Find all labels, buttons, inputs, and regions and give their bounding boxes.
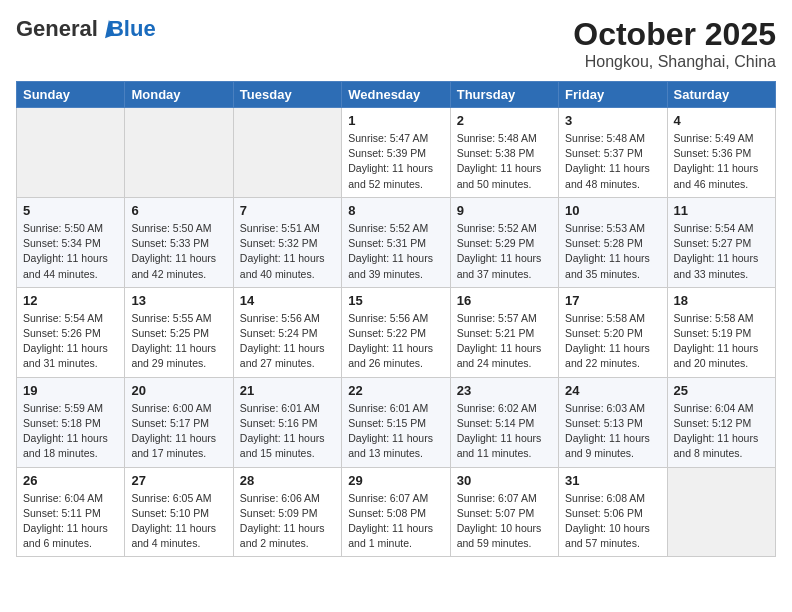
day-info: Sunrise: 5:55 AM Sunset: 5:25 PM Dayligh… xyxy=(131,311,226,372)
logo-blue-text: Blue xyxy=(108,16,156,42)
day-info: Sunrise: 6:01 AM Sunset: 5:15 PM Dayligh… xyxy=(348,401,443,462)
calendar-week-1: 1Sunrise: 5:47 AM Sunset: 5:39 PM Daylig… xyxy=(17,108,776,198)
calendar-cell: 6Sunrise: 5:50 AM Sunset: 5:33 PM Daylig… xyxy=(125,197,233,287)
day-number: 25 xyxy=(674,383,769,398)
calendar-cell: 9Sunrise: 5:52 AM Sunset: 5:29 PM Daylig… xyxy=(450,197,558,287)
day-number: 9 xyxy=(457,203,552,218)
title-block: October 2025 Hongkou, Shanghai, China xyxy=(573,16,776,71)
page-header: General Blue October 2025 Hongkou, Shang… xyxy=(16,16,776,71)
calendar-cell: 22Sunrise: 6:01 AM Sunset: 5:15 PM Dayli… xyxy=(342,377,450,467)
calendar-cell: 27Sunrise: 6:05 AM Sunset: 5:10 PM Dayli… xyxy=(125,467,233,557)
day-number: 2 xyxy=(457,113,552,128)
day-info: Sunrise: 6:03 AM Sunset: 5:13 PM Dayligh… xyxy=(565,401,660,462)
day-number: 3 xyxy=(565,113,660,128)
day-info: Sunrise: 6:05 AM Sunset: 5:10 PM Dayligh… xyxy=(131,491,226,552)
day-info: Sunrise: 5:58 AM Sunset: 5:19 PM Dayligh… xyxy=(674,311,769,372)
day-number: 21 xyxy=(240,383,335,398)
day-info: Sunrise: 5:57 AM Sunset: 5:21 PM Dayligh… xyxy=(457,311,552,372)
logo-general-text: General xyxy=(16,16,98,42)
month-title: October 2025 xyxy=(573,16,776,53)
calendar-cell: 21Sunrise: 6:01 AM Sunset: 5:16 PM Dayli… xyxy=(233,377,341,467)
day-number: 26 xyxy=(23,473,118,488)
calendar-cell: 8Sunrise: 5:52 AM Sunset: 5:31 PM Daylig… xyxy=(342,197,450,287)
day-number: 8 xyxy=(348,203,443,218)
calendar-cell xyxy=(125,108,233,198)
day-info: Sunrise: 5:49 AM Sunset: 5:36 PM Dayligh… xyxy=(674,131,769,192)
day-header-thursday: Thursday xyxy=(450,82,558,108)
day-number: 13 xyxy=(131,293,226,308)
calendar-table: SundayMondayTuesdayWednesdayThursdayFrid… xyxy=(16,81,776,557)
calendar-header-row: SundayMondayTuesdayWednesdayThursdayFrid… xyxy=(17,82,776,108)
calendar-cell xyxy=(17,108,125,198)
day-header-monday: Monday xyxy=(125,82,233,108)
calendar-cell: 29Sunrise: 6:07 AM Sunset: 5:08 PM Dayli… xyxy=(342,467,450,557)
day-number: 18 xyxy=(674,293,769,308)
day-number: 6 xyxy=(131,203,226,218)
location-title: Hongkou, Shanghai, China xyxy=(573,53,776,71)
day-info: Sunrise: 5:58 AM Sunset: 5:20 PM Dayligh… xyxy=(565,311,660,372)
day-info: Sunrise: 6:04 AM Sunset: 5:12 PM Dayligh… xyxy=(674,401,769,462)
day-info: Sunrise: 5:52 AM Sunset: 5:29 PM Dayligh… xyxy=(457,221,552,282)
day-number: 7 xyxy=(240,203,335,218)
day-info: Sunrise: 5:50 AM Sunset: 5:33 PM Dayligh… xyxy=(131,221,226,282)
day-info: Sunrise: 5:59 AM Sunset: 5:18 PM Dayligh… xyxy=(23,401,118,462)
day-number: 30 xyxy=(457,473,552,488)
calendar-week-5: 26Sunrise: 6:04 AM Sunset: 5:11 PM Dayli… xyxy=(17,467,776,557)
calendar-cell: 30Sunrise: 6:07 AM Sunset: 5:07 PM Dayli… xyxy=(450,467,558,557)
calendar-cell: 5Sunrise: 5:50 AM Sunset: 5:34 PM Daylig… xyxy=(17,197,125,287)
calendar-week-4: 19Sunrise: 5:59 AM Sunset: 5:18 PM Dayli… xyxy=(17,377,776,467)
calendar-cell: 25Sunrise: 6:04 AM Sunset: 5:12 PM Dayli… xyxy=(667,377,775,467)
day-number: 23 xyxy=(457,383,552,398)
calendar-week-2: 5Sunrise: 5:50 AM Sunset: 5:34 PM Daylig… xyxy=(17,197,776,287)
calendar-cell: 7Sunrise: 5:51 AM Sunset: 5:32 PM Daylig… xyxy=(233,197,341,287)
calendar-cell: 15Sunrise: 5:56 AM Sunset: 5:22 PM Dayli… xyxy=(342,287,450,377)
calendar-cell: 26Sunrise: 6:04 AM Sunset: 5:11 PM Dayli… xyxy=(17,467,125,557)
calendar-cell: 23Sunrise: 6:02 AM Sunset: 5:14 PM Dayli… xyxy=(450,377,558,467)
day-info: Sunrise: 5:48 AM Sunset: 5:37 PM Dayligh… xyxy=(565,131,660,192)
calendar-cell xyxy=(233,108,341,198)
calendar-cell: 12Sunrise: 5:54 AM Sunset: 5:26 PM Dayli… xyxy=(17,287,125,377)
day-number: 14 xyxy=(240,293,335,308)
calendar-cell: 14Sunrise: 5:56 AM Sunset: 5:24 PM Dayli… xyxy=(233,287,341,377)
day-number: 31 xyxy=(565,473,660,488)
day-info: Sunrise: 6:07 AM Sunset: 5:07 PM Dayligh… xyxy=(457,491,552,552)
day-info: Sunrise: 6:00 AM Sunset: 5:17 PM Dayligh… xyxy=(131,401,226,462)
day-info: Sunrise: 5:52 AM Sunset: 5:31 PM Dayligh… xyxy=(348,221,443,282)
day-header-tuesday: Tuesday xyxy=(233,82,341,108)
calendar-cell: 31Sunrise: 6:08 AM Sunset: 5:06 PM Dayli… xyxy=(559,467,667,557)
day-number: 15 xyxy=(348,293,443,308)
day-number: 10 xyxy=(565,203,660,218)
day-number: 5 xyxy=(23,203,118,218)
day-number: 11 xyxy=(674,203,769,218)
day-number: 4 xyxy=(674,113,769,128)
logo: General Blue xyxy=(16,16,156,42)
calendar-cell xyxy=(667,467,775,557)
calendar-cell: 2Sunrise: 5:48 AM Sunset: 5:38 PM Daylig… xyxy=(450,108,558,198)
day-header-wednesday: Wednesday xyxy=(342,82,450,108)
day-number: 19 xyxy=(23,383,118,398)
calendar-cell: 16Sunrise: 5:57 AM Sunset: 5:21 PM Dayli… xyxy=(450,287,558,377)
day-info: Sunrise: 6:01 AM Sunset: 5:16 PM Dayligh… xyxy=(240,401,335,462)
day-number: 20 xyxy=(131,383,226,398)
day-info: Sunrise: 6:08 AM Sunset: 5:06 PM Dayligh… xyxy=(565,491,660,552)
day-number: 28 xyxy=(240,473,335,488)
calendar-cell: 19Sunrise: 5:59 AM Sunset: 5:18 PM Dayli… xyxy=(17,377,125,467)
day-info: Sunrise: 6:06 AM Sunset: 5:09 PM Dayligh… xyxy=(240,491,335,552)
day-info: Sunrise: 5:50 AM Sunset: 5:34 PM Dayligh… xyxy=(23,221,118,282)
day-info: Sunrise: 5:56 AM Sunset: 5:22 PM Dayligh… xyxy=(348,311,443,372)
day-number: 24 xyxy=(565,383,660,398)
day-info: Sunrise: 6:07 AM Sunset: 5:08 PM Dayligh… xyxy=(348,491,443,552)
calendar-cell: 28Sunrise: 6:06 AM Sunset: 5:09 PM Dayli… xyxy=(233,467,341,557)
day-info: Sunrise: 5:51 AM Sunset: 5:32 PM Dayligh… xyxy=(240,221,335,282)
day-number: 16 xyxy=(457,293,552,308)
day-header-sunday: Sunday xyxy=(17,82,125,108)
calendar-cell: 4Sunrise: 5:49 AM Sunset: 5:36 PM Daylig… xyxy=(667,108,775,198)
calendar-cell: 11Sunrise: 5:54 AM Sunset: 5:27 PM Dayli… xyxy=(667,197,775,287)
day-number: 27 xyxy=(131,473,226,488)
day-info: Sunrise: 5:54 AM Sunset: 5:27 PM Dayligh… xyxy=(674,221,769,282)
day-header-friday: Friday xyxy=(559,82,667,108)
day-number: 29 xyxy=(348,473,443,488)
calendar-cell: 20Sunrise: 6:00 AM Sunset: 5:17 PM Dayli… xyxy=(125,377,233,467)
day-number: 22 xyxy=(348,383,443,398)
day-info: Sunrise: 6:02 AM Sunset: 5:14 PM Dayligh… xyxy=(457,401,552,462)
